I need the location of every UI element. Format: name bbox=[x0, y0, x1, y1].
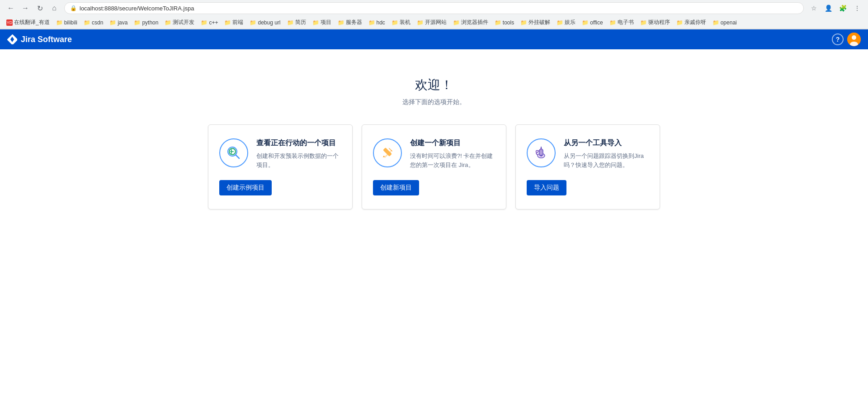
bookmark-openai[interactable]: 📁 openai bbox=[710, 19, 740, 27]
browser-toolbar: ← → ↻ ⌂ 🔒 localhost:8888/secure/WelcomeT… bbox=[0, 0, 868, 16]
bookmark-python[interactable]: 📁 python bbox=[131, 19, 161, 27]
address-bar[interactable]: 🔒 localhost:8888/secure/WelcomeToJIRA.js… bbox=[64, 2, 804, 14]
folder-icon: 📁 bbox=[338, 19, 344, 26]
bookmark-label: java bbox=[118, 19, 127, 26]
lock-icon: 🔒 bbox=[70, 5, 77, 11]
bookmark-star-button[interactable]: ☆ bbox=[807, 2, 820, 14]
import-icon-circle bbox=[527, 138, 556, 167]
import-card: 从另一个工具导入 从另一个问题跟踪器切换到Jira吗？快速导入您的问题。 导入问… bbox=[515, 124, 660, 209]
folder-icon: 📁 bbox=[582, 19, 589, 26]
jira-brand[interactable]: Jira Software bbox=[7, 34, 72, 44]
reload-button[interactable]: ↻ bbox=[33, 2, 46, 14]
bookmark-label: 项目 bbox=[321, 19, 331, 26]
jira-brand-label: Jira Software bbox=[21, 35, 72, 44]
svg-line-5 bbox=[236, 155, 239, 158]
bookmark-drivers[interactable]: 📁 驱动程序 bbox=[637, 18, 673, 27]
bookmark-relatives[interactable]: 📁 亲戚你呀 bbox=[674, 18, 709, 27]
sample-project-card: 查看正在行动的一个项目 创建和开发预装示例数据的一个项目。 创建示例项目 bbox=[208, 124, 353, 209]
folder-icon: 📁 bbox=[224, 19, 231, 26]
create-new-project-button[interactable]: 创建新项目 bbox=[373, 180, 419, 195]
bookmark-csdn[interactable]: 📁 csdn bbox=[81, 19, 106, 27]
bookmark-label: hdc bbox=[377, 19, 385, 26]
bookmark-project[interactable]: 📁 项目 bbox=[310, 18, 334, 27]
folder-icon: 📁 bbox=[609, 19, 616, 26]
user-avatar[interactable] bbox=[847, 33, 861, 46]
card-title: 查看正在行动的一个项目 bbox=[256, 138, 341, 148]
card-description: 从另一个问题跟踪器切换到Jira吗？快速导入您的问题。 bbox=[564, 152, 649, 169]
bookmark-label: office bbox=[590, 19, 603, 26]
bookmark-label: 在线翻译_有道 bbox=[14, 19, 50, 26]
svg-point-1 bbox=[852, 35, 856, 40]
bookmark-tools[interactable]: 📁 tools bbox=[492, 19, 517, 27]
folder-icon: 📁 bbox=[165, 19, 171, 26]
folder-icon: 📁 bbox=[56, 19, 63, 26]
bookmark-cpp[interactable]: 📁 c++ bbox=[198, 19, 221, 27]
bookmark-label: 娱乐 bbox=[565, 19, 576, 26]
card-description: 没有时间可以浪费?! 卡在并创建您的第一次项目在 Jira。 bbox=[410, 152, 495, 169]
bookmark-label: 装机 bbox=[400, 19, 410, 26]
bookmark-label: c++ bbox=[209, 19, 218, 26]
profile-button[interactable]: 👤 bbox=[822, 2, 835, 14]
bookmark-label: 亲戚你呀 bbox=[684, 19, 706, 26]
folder-icon: 📁 bbox=[453, 19, 460, 26]
create-sample-project-button[interactable]: 创建示例项目 bbox=[219, 180, 272, 195]
bookmark-bilibili[interactable]: 📁 bilibili bbox=[53, 19, 80, 27]
url-text: localhost:8888/secure/WelcomeToJIRA.jspa bbox=[80, 5, 194, 12]
bookmark-server[interactable]: 📁 服务器 bbox=[335, 18, 365, 27]
bookmark-label: 驱动程序 bbox=[648, 19, 670, 26]
new-project-card: 创建一个新项目 没有时间可以浪费?! 卡在并创建您的第一次项目在 Jira。 创… bbox=[362, 124, 506, 209]
svg-point-14 bbox=[540, 155, 542, 157]
bookmark-youdao[interactable]: YD 在线翻译_有道 bbox=[4, 18, 52, 27]
home-button[interactable]: ⌂ bbox=[48, 2, 61, 14]
bookmark-crack[interactable]: 📁 外挂破解 bbox=[518, 18, 553, 27]
bookmark-frontend[interactable]: 📁 前端 bbox=[222, 18, 246, 27]
search-icon bbox=[226, 145, 242, 161]
menu-button[interactable]: ⋮ bbox=[851, 2, 863, 14]
bookmark-label: openai bbox=[721, 19, 737, 26]
folder-icon: 📁 bbox=[417, 19, 424, 26]
bookmark-resume[interactable]: 📁 简历 bbox=[284, 18, 309, 27]
bookmark-label: tools bbox=[503, 19, 514, 26]
bookmark-label: bilibili bbox=[64, 19, 77, 26]
folder-icon: 📁 bbox=[312, 19, 319, 26]
bookmark-opensource[interactable]: 📁 开源网站 bbox=[414, 18, 449, 27]
folder-icon: 📁 bbox=[640, 19, 647, 26]
bookmark-debugurl[interactable]: 📁 debug url bbox=[247, 19, 283, 27]
extensions-button[interactable]: 🧩 bbox=[836, 2, 849, 14]
card-text: 创建一个新项目 没有时间可以浪费?! 卡在并创建您的第一次项目在 Jira。 bbox=[410, 138, 495, 169]
bookmark-label: debug url bbox=[258, 19, 280, 26]
bookmark-label: csdn bbox=[92, 19, 103, 26]
bookmark-label: 浏览器插件 bbox=[461, 19, 488, 26]
bookmark-label: 服务器 bbox=[346, 19, 362, 26]
pencil-icon-circle bbox=[373, 138, 402, 167]
bookmark-ebooks[interactable]: 📁 电子书 bbox=[607, 18, 637, 27]
card-top: 从另一个工具导入 从另一个问题跟踪器切换到Jira吗？快速导入您的问题。 bbox=[527, 138, 649, 169]
jira-nav-right: ? bbox=[832, 33, 861, 46]
bookmark-hdc[interactable]: 📁 hdc bbox=[366, 19, 388, 27]
bookmark-install[interactable]: 📁 装机 bbox=[389, 18, 413, 27]
folder-icon: 📁 bbox=[712, 19, 719, 26]
help-button[interactable]: ? bbox=[832, 33, 844, 45]
forward-button[interactable]: → bbox=[19, 2, 32, 14]
bookmark-entertainment[interactable]: 📁 娱乐 bbox=[554, 18, 578, 27]
folder-icon: 📁 bbox=[392, 19, 398, 26]
bookmark-java[interactable]: 📁 java bbox=[107, 19, 130, 27]
bookmark-label: 电子书 bbox=[618, 19, 634, 26]
card-text: 查看正在行动的一个项目 创建和开发预装示例数据的一个项目。 bbox=[256, 138, 341, 169]
browser-chrome: ← → ↻ ⌂ 🔒 localhost:8888/secure/WelcomeT… bbox=[0, 0, 868, 29]
bookmark-office[interactable]: 📁 office bbox=[579, 19, 605, 27]
back-button[interactable]: ← bbox=[5, 2, 17, 14]
bookmark-browserext[interactable]: 📁 浏览器插件 bbox=[450, 18, 491, 27]
import-issues-button[interactable]: 导入问题 bbox=[527, 180, 566, 195]
card-top: 查看正在行动的一个项目 创建和开发预装示例数据的一个项目。 bbox=[219, 138, 341, 169]
card-title: 从另一个工具导入 bbox=[564, 138, 649, 148]
folder-icon: 📁 bbox=[520, 19, 527, 26]
youdao-icon: YD bbox=[6, 19, 13, 26]
folder-icon: 📁 bbox=[134, 19, 141, 26]
card-description: 创建和开发预装示例数据的一个项目。 bbox=[256, 152, 341, 169]
folder-icon: 📁 bbox=[557, 19, 563, 26]
bookmark-label: 测试开发 bbox=[173, 19, 194, 26]
bookmark-testdev[interactable]: 📁 测试开发 bbox=[162, 18, 197, 27]
bookmark-label: 前端 bbox=[232, 19, 243, 26]
jira-logo-icon bbox=[7, 34, 17, 44]
